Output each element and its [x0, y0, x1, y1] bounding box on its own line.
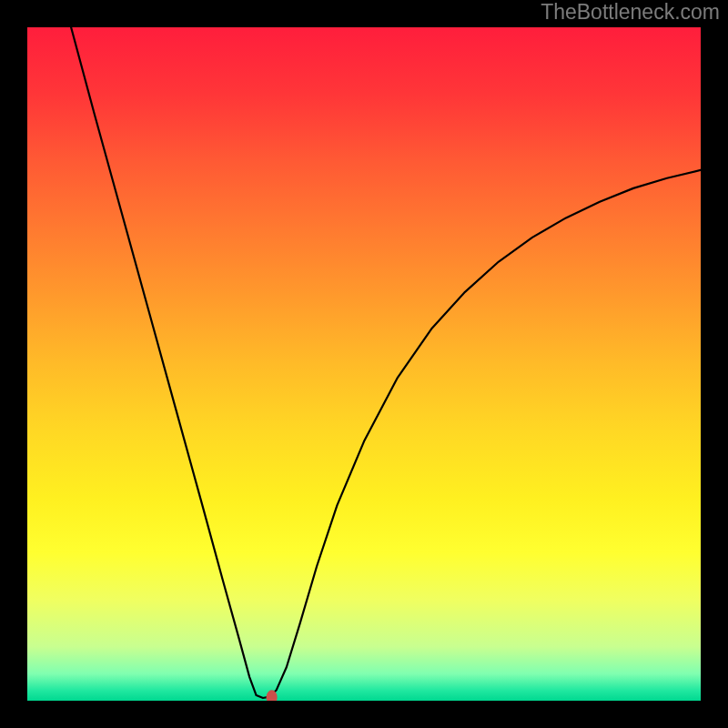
chart-svg — [27, 27, 701, 701]
plot-area — [27, 27, 701, 701]
watermark-text: TheBottleneck.com — [541, 0, 720, 25]
gradient-background — [27, 27, 701, 701]
chart-frame: TheBottleneck.com — [0, 0, 728, 728]
